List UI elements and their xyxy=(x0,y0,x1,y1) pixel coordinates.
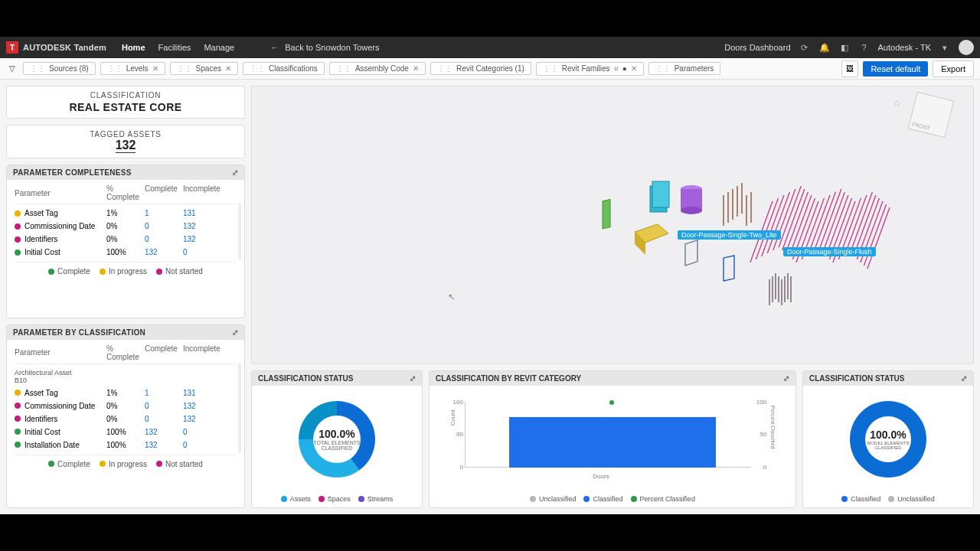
param-name: Asset Tag xyxy=(24,209,58,217)
expand-icon[interactable]: ⤢ xyxy=(232,328,238,337)
drag-handle-icon: ⋮⋮ xyxy=(30,64,45,73)
incomplete-link[interactable]: 0 xyxy=(183,428,188,436)
legend-dot-icon xyxy=(100,461,106,467)
chip-classifications[interactable]: ⋮⋮Classifications xyxy=(243,62,325,75)
refresh-icon[interactable]: ⟳ xyxy=(799,41,811,54)
filter-icon[interactable]: ▽ xyxy=(6,63,18,75)
classification-value: REAL ESTATE CORE xyxy=(15,101,237,113)
chip-assembly-code[interactable]: ⋮⋮Assembly Code✕ xyxy=(329,62,426,75)
pct-value: 0% xyxy=(106,402,145,410)
classification-by-category-card: CLASSIFICATION BY REVIT CATEGORY⤢ 160 80… xyxy=(429,370,796,508)
svg-line-36 xyxy=(850,192,872,253)
complete-link[interactable]: 132 xyxy=(145,441,158,449)
classification-status-card-2: CLASSIFICATION STATUS⤢ 100.0% MODEL ELEM… xyxy=(802,370,974,508)
incomplete-link[interactable]: 0 xyxy=(183,441,188,449)
complete-link[interactable]: 0 xyxy=(145,415,149,423)
legend-dot-icon xyxy=(48,269,54,275)
drag-handle-icon: ⋮⋮ xyxy=(437,64,452,73)
legend-label: Spaces xyxy=(328,495,351,503)
legend-dot-icon xyxy=(841,496,848,502)
group-header: Architectural Asset B10 xyxy=(15,367,237,386)
reset-default-button[interactable]: Reset default xyxy=(863,61,928,77)
legend-dot-icon xyxy=(48,461,54,467)
close-icon[interactable]: ✕ xyxy=(413,64,419,73)
svg-line-18 xyxy=(767,192,789,253)
back-link[interactable]: ← Back to Snowdon Towers xyxy=(268,41,379,54)
expand-icon[interactable]: ⤢ xyxy=(961,374,967,383)
nav-home[interactable]: Home xyxy=(122,43,145,52)
chip-label: Revit Categories (1) xyxy=(456,64,524,73)
complete-link[interactable]: 0 xyxy=(145,402,149,410)
incomplete-link[interactable]: 132 xyxy=(183,415,196,423)
incomplete-link[interactable]: 132 xyxy=(183,235,196,243)
chip-revit-categories[interactable]: ⋮⋮Revit Categories (1) xyxy=(430,62,531,75)
viewer-tooltip: Door-Passage-Single-Two_Lite xyxy=(678,230,781,240)
chart-legend: AssetsSpacesStreams xyxy=(252,492,422,507)
svg-line-22 xyxy=(786,192,808,253)
expand-icon[interactable]: ⤢ xyxy=(783,374,789,383)
complete-link[interactable]: 0 xyxy=(145,235,149,243)
legend-label: Complete xyxy=(57,460,90,468)
classification-card: CLASSIFICATION REAL ESTATE CORE xyxy=(6,86,245,119)
close-icon[interactable]: ✕ xyxy=(152,64,158,73)
complete-link[interactable]: 132 xyxy=(145,428,158,436)
param-name: Identifiers xyxy=(24,415,57,423)
svg-line-30 xyxy=(822,192,844,253)
export-button[interactable]: Export xyxy=(933,60,974,77)
incomplete-link[interactable]: 131 xyxy=(183,389,196,397)
pct-value: 100% xyxy=(106,248,145,256)
status-dot-icon xyxy=(15,249,21,256)
pct-value: 1% xyxy=(106,209,145,217)
col-pct: % Complete xyxy=(106,184,145,201)
close-icon[interactable]: ✕ xyxy=(631,64,637,73)
pct-value: 0% xyxy=(106,235,145,243)
nav-manage[interactable]: Manage xyxy=(204,43,234,52)
chip-parameters[interactable]: ⋮⋮Parameters xyxy=(648,62,721,75)
pct-value: 100% xyxy=(106,428,145,436)
table-row: Commissioning Date0%0132 xyxy=(15,220,237,233)
model-viewer[interactable]: ⌂ FRONT xyxy=(251,86,974,364)
back-label: Back to Snowdon Towers xyxy=(285,43,379,52)
chip-sources[interactable]: ⋮⋮Sources (8) xyxy=(23,62,96,75)
col-complete: Complete xyxy=(145,184,183,201)
expand-icon[interactable]: ⤢ xyxy=(410,374,416,383)
legend-dot-icon xyxy=(100,269,106,275)
close-icon[interactable]: ✕ xyxy=(225,64,231,73)
chevron-down-icon[interactable]: ▾ xyxy=(939,41,951,54)
nav-facilities[interactable]: Facilities xyxy=(158,43,191,52)
complete-link[interactable]: 132 xyxy=(145,248,158,256)
image-icon[interactable]: 🖼 xyxy=(841,60,858,77)
complete-link[interactable]: 0 xyxy=(145,222,149,230)
chip-revit-families[interactable]: ⋮⋮Revit Families⌗●✕ xyxy=(536,62,644,76)
scrollbar[interactable] xyxy=(238,203,241,260)
incomplete-link[interactable]: 132 xyxy=(183,222,196,230)
svg-rect-7 xyxy=(603,200,610,229)
legend-dot-icon xyxy=(358,496,364,502)
table-row: Initial Cost100%1320 xyxy=(15,425,237,439)
donut-sub2: CLASSIFIED xyxy=(874,445,901,450)
bell-icon[interactable]: 🔔 xyxy=(818,41,831,54)
incomplete-link[interactable]: 0 xyxy=(183,248,188,256)
cursor-icon: ↖ xyxy=(448,292,456,302)
avatar[interactable] xyxy=(959,40,974,55)
card-title: CLASSIFICATION STATUS xyxy=(258,374,353,383)
scrollbar[interactable] xyxy=(238,363,241,453)
expand-icon[interactable]: ⤢ xyxy=(232,168,238,177)
incomplete-link[interactable]: 131 xyxy=(183,209,196,217)
complete-link[interactable]: 1 xyxy=(145,209,149,217)
complete-link[interactable]: 1 xyxy=(145,389,149,397)
svg-line-17 xyxy=(762,195,784,256)
svg-point-4 xyxy=(681,207,702,214)
tagged-count[interactable]: 132 xyxy=(116,139,136,153)
chip-spaces[interactable]: ⋮⋮Spaces✕ xyxy=(170,62,238,75)
tagged-title: TAGGED ASSETS xyxy=(15,130,237,139)
user-label[interactable]: Autodesk - TK xyxy=(878,43,932,52)
donut-chart: 100.0% MODEL ELEMENTS CLASSIFIED xyxy=(850,401,926,478)
help-icon[interactable]: ? xyxy=(858,41,871,54)
parameter-legend: Complete In progress Not started xyxy=(15,455,237,474)
incomplete-link[interactable]: 132 xyxy=(183,402,196,410)
col-parameter: Parameter xyxy=(15,184,106,201)
bookmark-icon[interactable]: ◧ xyxy=(838,41,851,54)
filter-chip-bar: ▽ ⋮⋮Sources (8) ⋮⋮Levels✕ ⋮⋮Spaces✕ ⋮⋮Cl… xyxy=(0,58,980,80)
chip-levels[interactable]: ⋮⋮Levels✕ xyxy=(100,62,165,75)
